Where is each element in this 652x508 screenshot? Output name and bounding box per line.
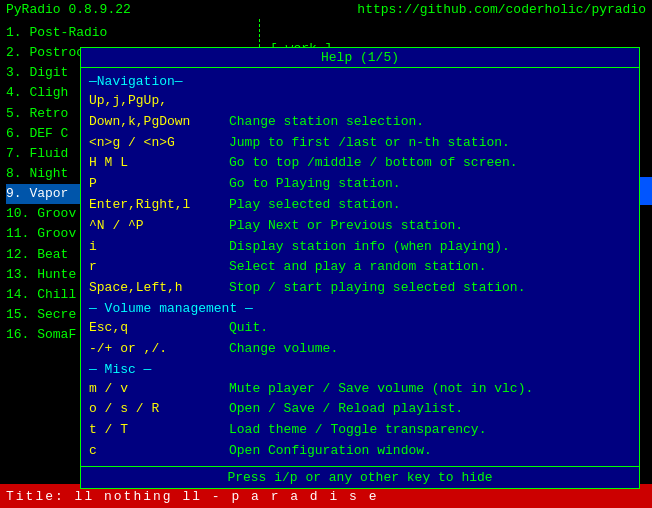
help-desc-2: Jump to first /last or n-th station. bbox=[229, 133, 510, 154]
help-key-3: H M L bbox=[89, 153, 229, 174]
help-key-10: Esc,q bbox=[89, 318, 229, 339]
nav-section-dashes-left: — bbox=[89, 74, 97, 89]
help-row-0: Up,j,PgUp, bbox=[89, 91, 631, 112]
help-key-7: i bbox=[89, 237, 229, 258]
help-desc-12: Mute player / Save volume (not in vlc). bbox=[229, 379, 533, 400]
github-link[interactable]: https://github.com/coderholic/pyradio bbox=[357, 2, 646, 17]
version-label: PyRadio 0.8.9.22 bbox=[6, 2, 131, 17]
help-key-2: <n>g / <n>G bbox=[89, 133, 229, 154]
help-row-8: rSelect and play a random station. bbox=[89, 257, 631, 278]
help-row-9: Space,Left,hStop / start playing selecte… bbox=[89, 278, 631, 299]
help-key-1: Down,k,PgDown bbox=[89, 112, 229, 133]
help-row-6: ^N / ^PPlay Next or Previous station. bbox=[89, 216, 631, 237]
help-key-0: Up,j,PgUp, bbox=[89, 91, 229, 112]
help-footer: Press i/p or any other key to hide bbox=[81, 466, 639, 488]
help-content: — Navigation — Up,j,PgUp,Down,k,PgDownCh… bbox=[81, 68, 639, 466]
help-title: Help (1/5) bbox=[81, 48, 639, 68]
help-row-1: Down,k,PgDownChange station selection. bbox=[89, 112, 631, 133]
help-desc-3: Go to top /middle / bottom of screen. bbox=[229, 153, 518, 174]
station-item-1[interactable]: 1. Post-Radio bbox=[6, 23, 260, 43]
help-key-11: -/+ or ,/. bbox=[89, 339, 229, 360]
help-row-10: Esc,qQuit. bbox=[89, 318, 631, 339]
help-desc-1: Change station selection. bbox=[229, 112, 424, 133]
help-desc-14: Load theme / Toggle transparency. bbox=[229, 420, 486, 441]
help-footer-text: Press i/p or any other key to hide bbox=[227, 470, 492, 485]
help-desc-9: Stop / start playing selected station. bbox=[229, 278, 525, 299]
help-row-11: -/+ or ,/.Change volume. bbox=[89, 339, 631, 360]
nav-section-dashes-right: — bbox=[175, 74, 183, 89]
help-row-15: cOpen Configuration window. bbox=[89, 441, 631, 462]
help-row-5: Enter,Right,lPlay selected station. bbox=[89, 195, 631, 216]
help-title-text: Help (1/5) bbox=[321, 50, 399, 65]
help-key-5: Enter,Right,l bbox=[89, 195, 229, 216]
help-key-6: ^N / ^P bbox=[89, 216, 229, 237]
misc-section-header: — Misc — bbox=[89, 362, 631, 377]
help-desc-7: Display station info (when playing). bbox=[229, 237, 510, 258]
help-key-9: Space,Left,h bbox=[89, 278, 229, 299]
help-row-3: H M LGo to top /middle / bottom of scree… bbox=[89, 153, 631, 174]
help-row-2: <n>g / <n>GJump to first /last or n-th s… bbox=[89, 133, 631, 154]
help-desc-13: Open / Save / Reload playlist. bbox=[229, 399, 463, 420]
help-desc-6: Play Next or Previous station. bbox=[229, 216, 463, 237]
help-key-13: o / s / R bbox=[89, 399, 229, 420]
help-key-14: t / T bbox=[89, 420, 229, 441]
help-key-12: m / v bbox=[89, 379, 229, 400]
help-key-4: P bbox=[89, 174, 229, 195]
nav-section-header: — Navigation — bbox=[89, 74, 631, 89]
help-key-15: c bbox=[89, 441, 229, 462]
help-row-12: m / vMute player / Save volume (not in v… bbox=[89, 379, 631, 400]
help-dialog: Help (1/5) — Navigation — Up,j,PgUp,Down… bbox=[80, 47, 640, 489]
help-desc-4: Go to Playing station. bbox=[229, 174, 401, 195]
help-desc-15: Open Configuration window. bbox=[229, 441, 432, 462]
help-row-14: t / TLoad theme / Toggle transparency. bbox=[89, 420, 631, 441]
help-key-8: r bbox=[89, 257, 229, 278]
help-desc-10: Quit. bbox=[229, 318, 268, 339]
help-row-7: iDisplay station info (when playing). bbox=[89, 237, 631, 258]
help-desc-11: Change volume. bbox=[229, 339, 338, 360]
help-desc-8: Select and play a random station. bbox=[229, 257, 486, 278]
volume-section-header: — Volume management — bbox=[89, 301, 631, 316]
help-row-4: PGo to Playing station. bbox=[89, 174, 631, 195]
title-text: Title: ll nothing ll - p a r a d i s e bbox=[6, 489, 378, 504]
nav-section-label: Navigation bbox=[97, 74, 175, 89]
app: PyRadio 0.8.9.22 https://github.com/code… bbox=[0, 0, 652, 508]
top-bar: PyRadio 0.8.9.22 https://github.com/code… bbox=[0, 0, 652, 19]
help-row-13: o / s / ROpen / Save / Reload playlist. bbox=[89, 399, 631, 420]
help-desc-5: Play selected station. bbox=[229, 195, 401, 216]
main-area: 1. Post-Radio2. Postrocks.me3. Digit4. C… bbox=[0, 19, 652, 484]
